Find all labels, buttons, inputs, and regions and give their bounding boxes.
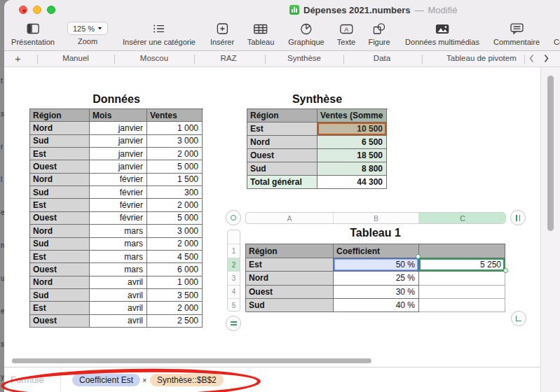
clipped-toolbar-item[interactable]: Ce (554, 22, 560, 46)
table-cell[interactable]: Nord (30, 174, 90, 186)
table-cell[interactable]: Ouest (30, 212, 90, 225)
table-cell[interactable]: 1 500 (147, 174, 203, 186)
tab-moscou[interactable]: Moscou (140, 54, 168, 62)
table-cell[interactable]: avril (90, 289, 147, 302)
table-cell[interactable]: 4 500 (147, 251, 203, 263)
chart-button[interactable]: Graphique (288, 22, 324, 46)
table-cell[interactable]: 3 000 (147, 135, 203, 148)
view-button[interactable]: Présentation (11, 22, 55, 46)
table-cell[interactable]: Ouest (30, 315, 90, 328)
table-cell[interactable]: Nord (30, 276, 90, 289)
add-column-handle[interactable] (510, 210, 526, 225)
table-cell[interactable]: 2 000 (147, 302, 203, 314)
table-cell[interactable]: février (90, 186, 147, 199)
tab-manuel[interactable]: Manuel (62, 54, 89, 62)
table-cell[interactable] (419, 272, 505, 285)
add-sheet-button[interactable]: + (15, 52, 21, 64)
table-cell[interactable]: Sud (30, 238, 90, 251)
row-header-1[interactable]: 1 (228, 244, 240, 258)
vertical-scrollbar[interactable] (547, 76, 554, 231)
table-cell[interactable]: 2 500 (147, 315, 203, 328)
media-button[interactable]: Données multimédias (405, 22, 479, 46)
table-cell[interactable]: Mois (90, 109, 147, 122)
tab-data[interactable]: Data (374, 54, 390, 62)
selection-handle-bottomright[interactable] (503, 268, 508, 273)
row-header-2[interactable]: 2 (228, 258, 240, 272)
table-cell[interactable]: mars (90, 238, 147, 251)
tab-synthese[interactable]: Synthèse (287, 54, 321, 62)
table-cell[interactable]: 6 500 (317, 136, 387, 149)
shape-button[interactable]: Figure (368, 22, 390, 46)
table-cell[interactable]: 30 % (334, 286, 419, 299)
table-cell[interactable]: 6 000 (147, 263, 203, 276)
table-cell[interactable]: 1 000 (147, 276, 203, 289)
table-cell[interactable]: Ouest (30, 160, 90, 173)
tabs-scroll-left-icon[interactable] (528, 54, 535, 64)
table-cell[interactable]: 300 (147, 186, 203, 199)
table-cell[interactable]: avril (90, 302, 147, 314)
formula-token-reference[interactable]: Synthèse::$B$2 (150, 374, 224, 386)
table-cell[interactable]: Nord (30, 122, 90, 134)
table-cell[interactable]: 3 000 (147, 225, 203, 237)
zoom-control[interactable]: 125 % Zoom (67, 22, 108, 46)
table-cell[interactable]: Sud (247, 162, 317, 176)
table-cell[interactable]: mars (90, 225, 147, 237)
table-cell[interactable] (419, 299, 505, 312)
table-cell[interactable]: mars (90, 263, 147, 276)
table-cell[interactable]: Est (246, 258, 334, 272)
close-button[interactable] (19, 6, 27, 14)
table-cell[interactable]: avril (90, 315, 147, 328)
table-cell[interactable]: Ouest (247, 149, 317, 162)
row-header-5[interactable]: 5 (228, 299, 240, 312)
table-cell[interactable]: février (90, 174, 147, 186)
table-cell[interactable]: janvier (90, 122, 147, 134)
column-header-strip[interactable]: ABC (245, 212, 505, 224)
tab-raz[interactable]: RAZ (221, 54, 237, 62)
resize-table-handle[interactable] (511, 311, 526, 326)
table-cell[interactable]: Sud (30, 135, 90, 148)
table-cell[interactable]: Nord (246, 272, 334, 285)
selection-handle-topleft[interactable] (416, 254, 421, 259)
table-cell[interactable]: Région (247, 109, 317, 122)
table-cell[interactable]: Nord (30, 225, 90, 237)
column-header-B[interactable]: B (334, 213, 419, 223)
column-header-C[interactable]: C (419, 213, 506, 223)
table-cell[interactable]: Région (30, 109, 90, 122)
zoom-window-button[interactable] (47, 6, 55, 14)
table-cell[interactable]: Est (247, 122, 317, 136)
table-cell[interactable]: Région (246, 244, 334, 258)
insert-category-button[interactable]: Insérer une catégorie (123, 22, 196, 46)
table-cell[interactable]: 5 000 (147, 160, 203, 173)
table-cell[interactable]: 50 % (334, 258, 419, 272)
table-cell[interactable]: 18 500 (317, 149, 387, 162)
row-number-strip[interactable]: 12345 (227, 230, 240, 312)
tabs-scroll-right-icon[interactable] (543, 54, 549, 64)
table-cell[interactable]: 25 % (334, 272, 419, 285)
table-cell[interactable]: Est (30, 251, 90, 263)
table-select-handle[interactable] (226, 210, 241, 225)
table-cell[interactable]: Nord (247, 136, 317, 149)
horizontal-scrollbar[interactable] (12, 358, 371, 363)
table-cell[interactable]: janvier (90, 135, 147, 148)
minimize-button[interactable] (33, 6, 41, 14)
table-cell[interactable]: 44 300 (317, 176, 387, 189)
table-cell[interactable]: Sud (30, 186, 90, 199)
table-cell[interactable]: janvier (90, 148, 147, 160)
table-cell[interactable]: mars (90, 251, 147, 263)
sheet-canvas[interactable]: Données RégionMoisVentesNordjanvier1 000… (4, 67, 560, 367)
table-button[interactable]: Tableau (247, 22, 275, 46)
table-cell[interactable]: Sud (30, 289, 90, 302)
table-cell[interactable]: 3 500 (147, 289, 203, 302)
tab-tableau-pivot[interactable]: Tableau de pivotem (426, 54, 524, 62)
row-header-4[interactable]: 4 (228, 286, 240, 299)
text-button[interactable]: A Texte (337, 22, 355, 46)
table-cell[interactable]: Coefficient (334, 244, 419, 258)
table-cell[interactable]: Ventes (Somme (317, 109, 387, 122)
formula-token-coefficient[interactable]: Coefficient Est (72, 374, 140, 386)
table-cell[interactable]: Est (30, 302, 90, 314)
table-cell[interactable]: 8 800 (317, 162, 387, 176)
insert-button[interactable]: Insérer (210, 22, 234, 46)
table-cell[interactable]: 40 % (334, 299, 419, 312)
table-cell[interactable]: Ventes (147, 109, 203, 122)
table-cell[interactable]: 2 000 (147, 238, 203, 251)
